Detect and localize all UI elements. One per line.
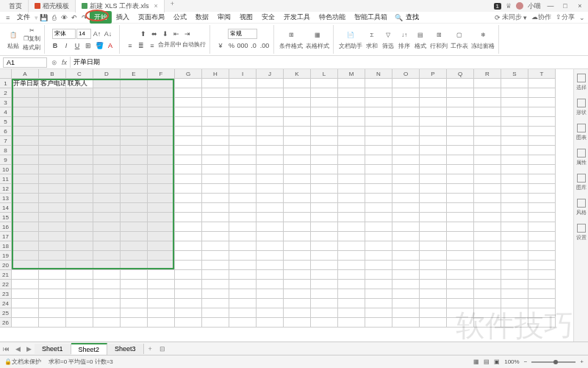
cell[interactable] (447, 165, 474, 174)
cell[interactable] (311, 107, 338, 117)
cell[interactable] (528, 117, 556, 127)
cell[interactable] (392, 117, 420, 127)
tab-templates[interactable]: 稻壳模板 (29, 0, 76, 13)
menu-review[interactable]: 审阅 (213, 11, 235, 24)
notification-badge[interactable]: 1 (494, 3, 501, 10)
cell[interactable] (392, 174, 420, 184)
row-header[interactable]: 25 (0, 308, 12, 318)
menu-formula[interactable]: 公式 (169, 11, 191, 24)
cell[interactable] (12, 194, 39, 203)
cell[interactable] (501, 79, 528, 88)
cell[interactable] (121, 241, 148, 251)
cell[interactable] (392, 241, 420, 251)
cell[interactable] (39, 107, 66, 117)
cell[interactable] (229, 261, 257, 270)
cell[interactable] (66, 289, 93, 299)
cell[interactable] (202, 79, 229, 88)
cell[interactable] (528, 308, 556, 318)
cell[interactable] (257, 318, 284, 328)
cell[interactable] (284, 184, 311, 194)
cell[interactable] (311, 127, 338, 136)
cell[interactable] (365, 213, 392, 222)
cell[interactable] (311, 280, 338, 289)
cell[interactable]: 联系人 (66, 79, 93, 88)
cell[interactable] (284, 146, 311, 155)
cell[interactable] (528, 203, 556, 213)
cell[interactable] (202, 98, 229, 107)
cell[interactable] (365, 165, 392, 174)
cell[interactable] (175, 136, 202, 146)
underline-icon[interactable]: U (72, 40, 82, 51)
cell[interactable] (528, 270, 556, 280)
cell[interactable] (202, 117, 229, 127)
cell[interactable] (12, 155, 39, 165)
menu-layout[interactable]: 页面布局 (134, 11, 169, 24)
menu-start[interactable]: 开始 (90, 11, 112, 24)
cell[interactable] (148, 232, 175, 241)
cell[interactable] (229, 146, 257, 155)
print-icon[interactable]: ⎙ (49, 13, 59, 23)
cell[interactable] (175, 194, 202, 203)
cell[interactable] (12, 299, 39, 308)
cell[interactable] (257, 136, 284, 146)
cell[interactable] (229, 308, 257, 318)
cell[interactable] (284, 299, 311, 308)
user-avatar[interactable] (516, 2, 523, 10)
cell[interactable] (365, 127, 392, 136)
cell[interactable] (66, 146, 93, 155)
row-header[interactable]: 18 (0, 241, 12, 251)
cell[interactable] (338, 98, 365, 107)
cell[interactable] (447, 213, 474, 222)
cell[interactable] (202, 146, 229, 155)
cell[interactable] (501, 203, 528, 213)
cell[interactable] (175, 270, 202, 280)
cell[interactable] (202, 194, 229, 203)
cell[interactable] (202, 222, 229, 232)
cell[interactable] (474, 232, 501, 241)
cell[interactable] (501, 194, 528, 203)
cell[interactable] (66, 232, 93, 241)
cell[interactable] (39, 280, 66, 289)
cell[interactable] (39, 213, 66, 222)
filter-icon[interactable]: ▽ (381, 29, 395, 41)
align-middle-icon[interactable]: ⬌ (149, 29, 159, 39)
cell[interactable] (528, 174, 556, 184)
cell[interactable] (284, 270, 311, 280)
cell[interactable] (229, 174, 257, 184)
col-header[interactable]: H (202, 69, 229, 79)
cell[interactable] (528, 165, 556, 174)
cell[interactable] (447, 318, 474, 328)
cell[interactable] (229, 270, 257, 280)
cell[interactable] (311, 308, 338, 318)
cell[interactable] (474, 308, 501, 318)
cell[interactable] (93, 194, 121, 203)
cell[interactable] (93, 251, 121, 261)
cell[interactable] (257, 261, 284, 270)
cell[interactable] (474, 136, 501, 146)
preview-icon[interactable]: 👁 (59, 13, 69, 23)
cell[interactable] (392, 222, 420, 232)
cell[interactable] (39, 318, 66, 328)
cell[interactable] (392, 184, 420, 194)
view-normal-icon[interactable]: ▦ (473, 358, 479, 365)
cell[interactable] (202, 107, 229, 117)
cell[interactable] (284, 194, 311, 203)
row-header[interactable]: 11 (0, 174, 12, 184)
cell[interactable] (311, 174, 338, 184)
cell[interactable] (392, 318, 420, 328)
cell[interactable] (202, 318, 229, 328)
cell[interactable] (284, 261, 311, 270)
cell[interactable] (202, 280, 229, 289)
cell[interactable] (338, 289, 365, 299)
cell[interactable] (229, 280, 257, 289)
cell[interactable] (528, 241, 556, 251)
cell[interactable] (311, 289, 338, 299)
cell[interactable] (93, 146, 121, 155)
cell[interactable] (501, 146, 528, 155)
sheet-nav-next[interactable]: ▶ (24, 345, 35, 353)
row-header[interactable]: 10 (0, 165, 12, 174)
cell[interactable] (447, 222, 474, 232)
cell[interactable] (392, 194, 420, 203)
cell[interactable] (39, 127, 66, 136)
cell[interactable] (66, 308, 93, 318)
